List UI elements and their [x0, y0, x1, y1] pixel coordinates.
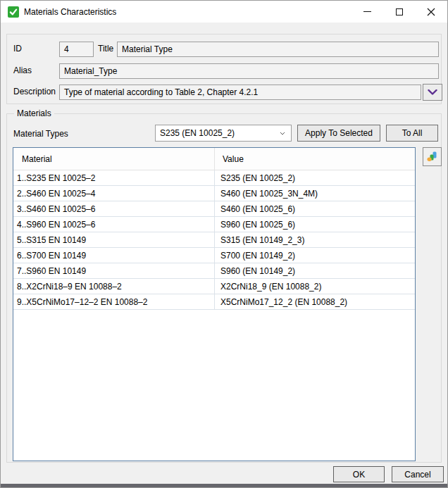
description-field[interactable]: Type of material according to Table 2, C…: [59, 85, 421, 100]
material-cell[interactable]: 7..S960 EN 10149: [13, 263, 215, 278]
value-cell[interactable]: S700 (EN 10149_2): [215, 248, 415, 263]
table-row[interactable]: 9..X5CrNiMo17–12–2 EN 10088–2 X5CrNiMo17…: [13, 294, 415, 310]
material-cell[interactable]: 5..S315 EN 10149: [13, 232, 215, 247]
maximize-button[interactable]: [383, 1, 415, 23]
table-tools-button[interactable]: [423, 147, 442, 166]
materials-table-body: 1..S235 EN 10025–2 S235 (EN 10025_2) 2..…: [13, 170, 415, 310]
value-cell[interactable]: S315 (EN 10149_2_3): [215, 232, 415, 247]
materials-table-header: Material Value: [13, 148, 415, 170]
material-types-selected-value: S235 (EN 10025_2): [160, 128, 235, 138]
title-field[interactable]: Material Type: [117, 42, 439, 57]
value-cell[interactable]: S960 (EN 10025_6): [215, 217, 415, 232]
table-row[interactable]: 7..S960 EN 10149 S960 (EN 10149_2): [13, 263, 415, 279]
window-bottom-edge: [1, 484, 447, 487]
materials-group: Materials Material Types S235 (EN 10025_…: [6, 113, 442, 463]
value-cell[interactable]: S960 (EN 10149_2): [215, 263, 415, 278]
green-checkmark-icon: [8, 6, 19, 18]
material-cell[interactable]: 4..S960 EN 10025–6: [13, 217, 215, 232]
close-button[interactable]: [415, 1, 447, 23]
id-label: ID: [13, 44, 22, 54]
alias-field[interactable]: Material_Type: [59, 63, 439, 79]
material-types-label: Material Types: [13, 129, 68, 139]
table-row[interactable]: 5..S315 EN 10149 S315 (EN 10149_2_3): [13, 232, 415, 248]
to-all-button[interactable]: To All: [386, 125, 438, 142]
table-row[interactable]: 1..S235 EN 10025–2 S235 (EN 10025_2): [13, 170, 415, 186]
table-row[interactable]: 4..S960 EN 10025–6 S960 (EN 10025_6): [13, 217, 415, 232]
ok-button[interactable]: OK: [333, 466, 385, 482]
materials-table: Material Value 1..S235 EN 10025–2 S235 (…: [13, 147, 416, 461]
title-label: Title: [98, 44, 113, 54]
value-cell[interactable]: S460 (EN 10025_3N_4M): [215, 186, 415, 201]
value-cell[interactable]: S235 (EN 10025_2): [215, 170, 415, 185]
alias-label: Alias: [13, 65, 32, 75]
window-title: Materials Characteristics: [24, 7, 116, 17]
table-row[interactable]: 6..S700 EN 10149 S700 (EN 10149_2): [13, 248, 415, 263]
material-cell[interactable]: 1..S235 EN 10025–2: [13, 170, 215, 185]
materials-characteristics-dialog: Materials Characteristics ID 4 Title Mat…: [0, 0, 448, 488]
title-bar[interactable]: Materials Characteristics: [1, 1, 447, 23]
chevron-down-icon: [428, 89, 437, 95]
value-cell[interactable]: S460 (EN 10025_6): [215, 201, 415, 216]
material-cell[interactable]: 8..X2CrNi18–9 EN 10088–2: [13, 279, 215, 294]
apply-to-selected-button[interactable]: Apply To Selected: [297, 125, 380, 142]
close-icon: [427, 8, 435, 16]
value-cell[interactable]: X2CrNi18_9 (EN 10088_2): [215, 279, 415, 294]
value-column-header[interactable]: Value: [215, 148, 415, 170]
value-cell[interactable]: X5CrNiMo17_12_2 (EN 10088_2): [215, 294, 415, 309]
material-column-header[interactable]: Material: [13, 148, 215, 170]
material-cell[interactable]: 9..X5CrNiMo17–12–2 EN 10088–2: [13, 294, 215, 309]
minimize-button[interactable]: [351, 1, 383, 23]
table-row[interactable]: 3..S460 EN 10025–6 S460 (EN 10025_6): [13, 201, 415, 217]
window-controls: [351, 1, 447, 23]
description-label: Description: [13, 87, 56, 96]
cancel-button[interactable]: Cancel: [392, 466, 444, 482]
material-types-combobox[interactable]: S235 (EN 10025_2): [155, 125, 292, 142]
material-cell[interactable]: 6..S700 EN 10149: [13, 248, 215, 263]
material-cell[interactable]: 3..S460 EN 10025–6: [13, 201, 215, 216]
id-field[interactable]: 4: [59, 42, 94, 57]
table-row[interactable]: 8..X2CrNi18–9 EN 10088–2 X2CrNi18_9 (EN …: [13, 279, 415, 294]
table-row[interactable]: 2..S460 EN 10025–4 S460 (EN 10025_3N_4M): [13, 186, 415, 201]
material-cell[interactable]: 2..S460 EN 10025–4: [13, 186, 215, 201]
maximize-icon: [396, 8, 403, 15]
field-properties-group: ID 4 Title Material Type Alias Material_…: [6, 34, 442, 104]
description-dropdown-button[interactable]: [423, 84, 442, 101]
colored-blocks-icon: [427, 151, 438, 162]
minimize-icon: [363, 11, 371, 12]
materials-group-label: Materials: [14, 108, 54, 118]
combobox-chevron-icon: [280, 132, 285, 135]
